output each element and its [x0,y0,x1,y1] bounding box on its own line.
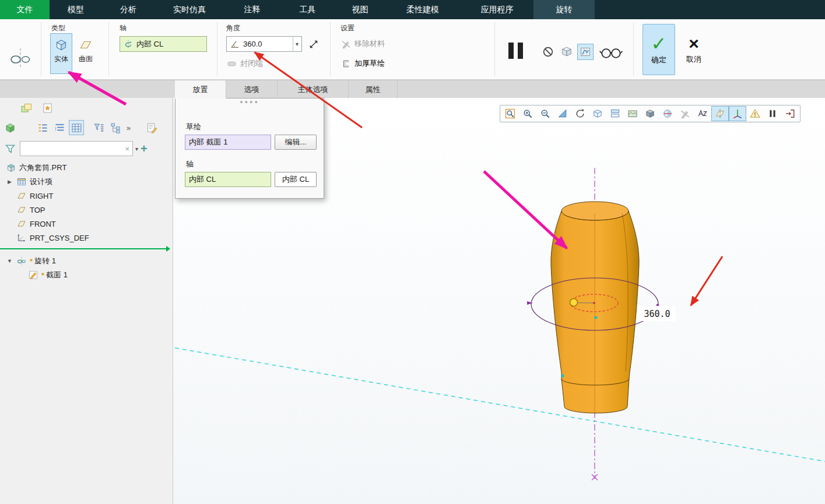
part-icon [6,163,16,173]
remove-material-button[interactable]: 移除材料 [340,37,385,51]
view-manager-icon[interactable] [606,106,624,121]
revolved-solid-model[interactable] [551,202,639,413]
axis-section-label: 轴 [186,159,194,170]
closed-ends-button[interactable]: 封闭端 [226,57,263,71]
surface-type-button[interactable]: 曲面 [75,33,97,74]
tree-detail-view-button[interactable] [52,120,67,135]
more-tools-chevron-icon[interactable]: » [125,124,132,132]
collapse-arrow-icon[interactable]: ▼ [6,258,13,264]
tree-settings-button[interactable] [40,100,55,115]
menu-tab-flexible-modeling[interactable]: 柔性建模 [385,0,461,19]
tree-item-plane-right[interactable]: RIGHT [0,189,170,203]
menu-tab-model[interactable]: 模型 [50,0,102,19]
angle-drag-handle[interactable] [570,299,578,306]
axes-display-icon[interactable] [729,106,746,121]
angle-dropdown-caret-icon[interactable]: ▾ [293,37,299,51]
menu-tab-live-simulation[interactable]: 实时仿真 [155,0,224,19]
internal-cl-button[interactable]: 内部 CL [275,172,317,187]
menu-tab-annotate[interactable]: 注释 [224,0,280,19]
edit-document-button[interactable] [144,120,159,135]
solid-type-button[interactable]: 实体 [50,33,72,74]
tab-properties[interactable]: 属性 [349,80,398,98]
annotation-filter-icon[interactable] [694,106,711,121]
axis-collector-panel-field[interactable]: 内部 CL [185,172,271,187]
tree-filter-sort-button[interactable] [91,120,106,135]
tree-search-input[interactable] [20,142,138,156]
menu-tab-analysis[interactable]: 分析 [102,0,155,19]
tree-structure-button[interactable] [108,120,123,135]
menu-tab-revolve-active[interactable]: 旋转 [533,0,595,19]
clear-search-icon[interactable]: × [125,144,129,153]
tree-item-design-items[interactable]: ▶ 设计项 [0,175,170,189]
flip-angle-direction-button[interactable] [306,36,321,52]
zoom-out-icon[interactable] [536,106,554,121]
erase-annotations-icon[interactable] [676,106,694,121]
warnings-icon[interactable] [746,106,764,121]
plane-top-label: TOP [30,206,45,214]
tree-root-label: 六角套筒.PRT [19,163,66,173]
datum-display-icon[interactable] [711,106,729,121]
menu-file[interactable]: 文件 [0,0,50,19]
ok-check-icon: ✓ [651,34,667,53]
tab-placement[interactable]: 放置 [175,80,226,98]
capture-image-icon[interactable] [624,106,641,121]
no-preview-button[interactable] [540,44,556,60]
refit-icon[interactable] [554,106,571,121]
zoom-window-icon[interactable] [501,106,519,121]
tree-filter-funnel-icon[interactable] [2,141,17,156]
menu-tab-applications[interactable]: 应用程序 [461,0,533,19]
centerline-end-marker [592,474,598,480]
cancel-button[interactable]: × 取消 [679,24,709,75]
tree-search-box: × [20,141,133,156]
graphics-toolbar [500,105,801,122]
tree-list-view-button[interactable] [35,120,50,135]
menu-tab-view[interactable]: 视图 [335,0,385,19]
section-label: 截面 1 [46,270,68,280]
menu-tab-tools[interactable]: 工具 [280,0,335,19]
angle-dimension-label[interactable]: 360.0 [638,306,676,321]
thicken-sketch-button[interactable]: 加厚草绘 [340,57,385,71]
section-view-icon[interactable] [659,106,676,121]
no-preview-icon [542,45,554,58]
insertion-indicator[interactable] [0,248,170,249]
tree-item-plane-front[interactable]: FRONT [0,217,170,231]
layer-tree-button[interactable] [19,100,34,115]
tree-item-revolve-feature[interactable]: ▼ * 旋转 1 [0,254,170,268]
pause-display-icon[interactable] [764,106,781,121]
axis-collector-field[interactable]: 内部 CL [120,36,207,52]
attached-preview-button[interactable] [577,44,594,60]
revolve-tool-icon [7,45,34,72]
axis-collector-panel-value: 内部 CL [189,174,216,185]
ok-button[interactable]: ✓ 确定 [643,24,675,75]
tab-options[interactable]: 选项 [226,80,278,98]
glasses-preview-icon [599,46,623,59]
geometry-preview-icon [560,45,573,58]
reorient-icon[interactable] [571,106,589,121]
solid-cube-icon [54,38,68,52]
unattached-preview-button[interactable] [559,44,575,60]
add-search-button[interactable]: + [141,143,148,154]
snap-point-1 [594,316,597,319]
tree-column-view-button[interactable] [69,120,84,135]
surface-icon [79,38,93,52]
angle-value-dropdown[interactable]: 360.0 ▾ [226,36,302,52]
axis-center-point [593,302,595,304]
pause-feature-button[interactable] [508,43,523,59]
tree-item-plane-top[interactable]: TOP [0,203,170,217]
zoom-in-icon[interactable] [519,106,536,121]
tab-body-options[interactable]: 主体选项 [278,80,349,98]
settings-group-label: 设置 [340,23,354,33]
model-tree-panel: » × ▾ + 六角套筒.PRT ▶ 设计项 [0,98,173,504]
saved-views-icon[interactable] [589,106,606,121]
expand-arrow-icon[interactable]: ▶ [6,179,13,185]
tree-item-part-root[interactable]: 六角套筒.PRT [0,161,170,175]
sketch-collector-field[interactable]: 内部 截面 1 [185,135,271,150]
tree-item-csys[interactable]: PRT_CSYS_DEF [0,231,170,245]
display-style-icon[interactable] [641,106,659,121]
exit-indicator-icon[interactable] [781,106,799,121]
show-part-button[interactable] [2,120,17,135]
tree-item-section[interactable]: * 截面 1 [0,268,170,282]
feature-preview-button[interactable] [597,45,625,60]
edit-sketch-button[interactable]: 编辑... [275,135,317,150]
panel-drag-handle[interactable]: ●●●● [175,99,324,105]
